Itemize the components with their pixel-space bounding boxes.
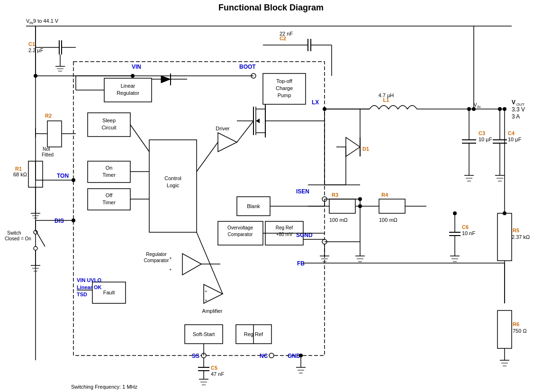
c3-value: 10 µF: [479, 137, 492, 142]
c6-value: 10 nF: [462, 230, 475, 236]
svg-point-181: [453, 211, 457, 215]
isen-pin: ISEN: [296, 188, 309, 195]
gnd-pin: GND: [288, 353, 300, 359]
ic-boundary: [73, 62, 325, 356]
svg-text:+: +: [169, 256, 172, 261]
vout-value: 3.3 V: [512, 106, 525, 113]
r6-value: 750 Ω: [513, 328, 527, 334]
svg-text:Top-off: Top-off: [276, 78, 292, 84]
r6-label: R6: [513, 321, 519, 327]
lx-pin: LX: [312, 99, 319, 106]
c1-label: C1: [28, 41, 35, 47]
svg-text:Closed = On: Closed = On: [5, 236, 31, 241]
diagram-container: Functional Block Diagram V IN 9 to 44.1 …: [0, 0, 542, 392]
c5-label: C5: [211, 365, 217, 371]
svg-text:On: On: [106, 165, 113, 171]
diagram-title: Functional Block Diagram: [218, 3, 324, 12]
svg-text:IN: IN: [29, 21, 33, 25]
svg-line-131: [36, 230, 45, 246]
fb-pin: FB: [297, 260, 305, 267]
svg-text:+: +: [205, 298, 207, 303]
ss-pin: SS: [192, 353, 199, 359]
sgnd-pin: SGND: [296, 232, 313, 238]
vin-charge-pump: V: [474, 102, 477, 108]
r4-value: 100 mΩ: [379, 217, 397, 223]
svg-text:Soft-Start: Soft-Start: [193, 331, 215, 337]
c5-value: 47 nF: [211, 371, 224, 377]
svg-text:Blank: Blank: [247, 203, 260, 209]
svg-text:Regulator: Regulator: [146, 252, 167, 257]
r6-resistor: [497, 310, 512, 348]
svg-text:+: +: [169, 267, 172, 272]
vout-current: 3 A: [512, 113, 520, 120]
svg-point-115: [299, 354, 303, 357]
svg-point-177: [467, 107, 471, 111]
r2-label: R2: [45, 113, 52, 119]
r1-value: 68 kΩ: [13, 172, 27, 177]
svg-text:Control: Control: [164, 175, 181, 181]
svg-point-128: [72, 219, 75, 222]
svg-rect-19: [47, 121, 62, 147]
r3-label: R3: [332, 192, 338, 198]
svg-point-170: [34, 74, 37, 78]
svg-point-182: [503, 211, 506, 215]
ton-pin: TON: [57, 173, 69, 179]
vin-pin: VIN: [132, 64, 141, 70]
svg-point-132: [34, 246, 37, 250]
svg-text:Driver: Driver: [216, 126, 230, 131]
dis-pin: DIS: [54, 218, 64, 224]
svg-marker-139: [161, 76, 171, 83]
d1-diode: [346, 137, 360, 156]
svg-text:Regulator: Regulator: [117, 90, 139, 96]
svg-line-188: [197, 232, 223, 294]
svg-text:Fault: Fault: [103, 290, 115, 295]
svg-text:9 to 44.1 V: 9 to 44.1 V: [33, 18, 59, 24]
svg-text:Comparator: Comparator: [228, 232, 253, 237]
svg-text:Pump: Pump: [278, 92, 291, 98]
svg-text:IN: IN: [477, 105, 480, 109]
r5-resistor: [497, 213, 512, 261]
svg-text:Timer: Timer: [102, 200, 116, 205]
svg-text:Sleep: Sleep: [102, 118, 116, 123]
r2-value: Not: [43, 146, 50, 152]
c2-value: 22 nF: [280, 31, 293, 36]
svg-marker-149: [256, 119, 260, 123]
r3-value: 100 mΩ: [329, 217, 348, 223]
r4-label: R4: [381, 192, 388, 198]
svg-text:Timer: Timer: [102, 172, 116, 178]
svg-text:Linear: Linear: [121, 83, 136, 89]
reg-comparator: [182, 254, 201, 275]
vin-uvlo-label: VIN UVLO: [77, 277, 101, 283]
svg-text:Charge: Charge: [276, 85, 293, 91]
tsd-label: TSD: [77, 292, 87, 297]
c1-value: 2.2 µF: [28, 47, 44, 53]
r4-resistor: [379, 199, 405, 213]
svg-text:+: +: [205, 289, 207, 294]
r1-label: R1: [15, 166, 22, 172]
boot-pin: BOOT: [239, 64, 256, 70]
svg-text:Logic: Logic: [167, 182, 180, 188]
svg-text:Reg Ref: Reg Ref: [276, 225, 293, 230]
svg-point-114: [269, 353, 274, 358]
svg-point-180: [358, 204, 362, 208]
c3-label: C3: [479, 130, 485, 136]
l1-inductor: [370, 106, 417, 109]
svg-text:Amplifier: Amplifier: [202, 308, 223, 314]
svg-line-160: [130, 125, 149, 152]
linear-ok-label: Linear OK: [77, 284, 102, 290]
nc-pin: NC: [260, 353, 268, 359]
c6-label: C6: [462, 224, 469, 230]
svg-text:+80 mV: +80 mV: [276, 232, 293, 237]
svg-point-24: [72, 178, 75, 182]
c4-label: C4: [508, 130, 515, 136]
c4-value: 10 µF: [508, 137, 522, 142]
svg-text:Overvoltage: Overvoltage: [227, 225, 253, 230]
svg-text:Off: Off: [106, 192, 113, 198]
svg-line-163: [197, 142, 218, 172]
svg-text:Fitted: Fitted: [42, 152, 54, 157]
switching-freq-label: Switching Frequency: 1 MHz: [71, 384, 137, 390]
svg-text:Circuit: Circuit: [101, 125, 116, 130]
svg-line-164: [237, 121, 253, 142]
r3-resistor: [329, 199, 355, 213]
r5-value: 2.37 kΩ: [512, 234, 530, 240]
